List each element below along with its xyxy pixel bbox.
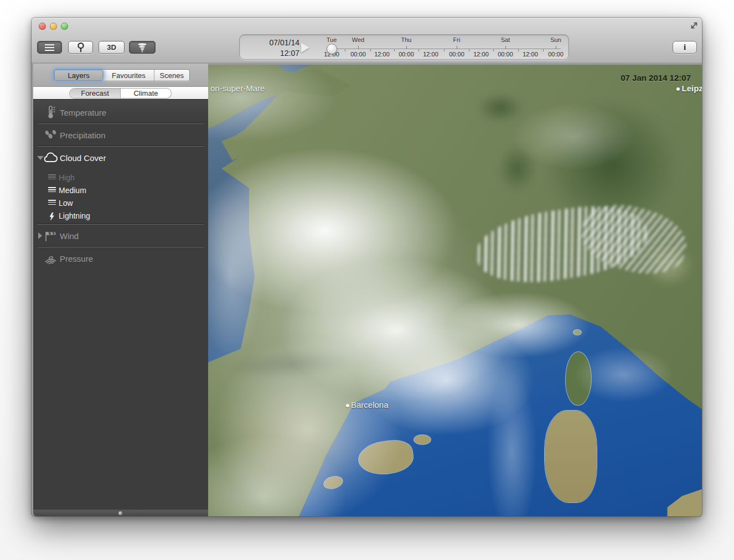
timeline-slider-knob[interactable] [327,44,337,54]
timeline-time-tick: 00:00 [548,51,564,58]
layer-label: Wind [60,231,79,241]
city-label-text: Barcelona [351,400,389,409]
tab-scenes-label: Scenes [160,71,184,80]
layer-row-cloud-cover[interactable]: Cloud Cover [33,147,208,169]
play-button[interactable] [301,43,309,53]
layer-label: Precipitation [60,131,106,140]
sublayer-label: High [59,173,75,182]
zoom-button[interactable] [61,23,68,30]
map-island-ibiza [323,475,344,490]
layer-row-temperature[interactable]: Temperature [33,101,208,123]
tab-favourites-label: Favourites [112,71,146,80]
mid-tick [345,49,345,51]
timeline-time-tick: 00:00 [498,51,513,58]
sublayer-label: Low [59,199,73,208]
tab-climate[interactable]: Climate [121,89,171,98]
mid-tick [543,49,544,51]
map-island-menorca [414,435,431,444]
timeline-day: Sun [550,37,561,43]
timeline-day: Tue [327,37,337,43]
storm-tracker-button[interactable] [129,41,156,54]
day-tick [556,46,556,49]
expand-window-button[interactable] [689,20,699,30]
tab-favourites[interactable]: Favourites [104,70,154,81]
layer-list: Temperature Precipitation [33,100,208,510]
sublayer-row-low[interactable]: Low [33,196,208,209]
lightning-icon [48,212,56,219]
sublayer-row-lightning[interactable]: Lightning [33,209,208,222]
expand-arrows-icon [689,20,699,30]
mid-tick [394,49,395,51]
city-label-text: on-super-Mare [210,84,265,93]
city-label-barcelona: Barcelona [346,400,389,409]
map-island-corsica [565,351,593,406]
layer-panel-button[interactable] [37,41,62,54]
hamburger-icon [45,44,54,51]
cloud-layer [487,369,537,516]
tab-scenes[interactable]: Scenes [154,70,189,81]
mid-tick [370,49,371,51]
tornado-icon [137,43,147,53]
minimize-button[interactable] [50,23,57,30]
layer-row-precipitation[interactable]: Precipitation [33,124,208,146]
map-land-continent [208,65,702,516]
layer-row-wind[interactable]: Wind [33,225,208,247]
weather-map[interactable]: on-super-Mare 07 Jan 2014 12:07 Leipzi B… [208,65,702,516]
sublayer-row-medium[interactable]: Medium [33,184,208,196]
city-label-leipzig: Leipzi [676,84,702,93]
day-tick [358,46,359,49]
day-tick [505,46,506,49]
layer-lines-icon [48,187,56,194]
mid-tick [493,49,494,51]
timeline-datetime: 07/01/14 12:07 [250,38,299,59]
timeline-day: Sat [501,37,510,43]
sidebar-bottom-strip [33,510,208,516]
mid-tick [469,49,469,51]
mid-tick [444,49,444,51]
resize-grip[interactable] [118,511,122,515]
day-tick [406,46,407,49]
app-window: 3D 07/01/14 12:07 Tue [32,18,702,516]
isobar-icon [43,251,59,266]
map-island-mallorca [356,438,415,477]
3d-view-label: 3D [107,43,116,51]
layer-row-pressure[interactable]: Pressure [33,247,208,269]
timeline-day: Wed [352,37,364,43]
timeline-time-tick: 12:00 [523,51,538,58]
disclosure-closed-icon[interactable] [38,232,42,239]
layer-label: Cloud Cover [60,153,106,163]
timeline-bar: 07/01/14 12:07 Tue Wed Thu Fri Sat Sun 1… [239,34,569,60]
day-tick [457,46,457,49]
city-label-text: Leipzi [681,84,702,93]
layer-label: Temperature [60,108,106,117]
timeline-time-tick: 12:00 [374,51,390,58]
map-island-sardinia [545,411,597,502]
sublayer-label: Lightning [59,211,90,220]
layer-label: Pressure [60,254,93,263]
location-button[interactable] [68,41,93,54]
close-button[interactable] [39,23,46,30]
titlebar[interactable]: 3D 07/01/14 12:07 Tue [32,18,702,64]
3d-view-button[interactable]: 3D [99,41,125,54]
tab-forecast[interactable]: Forecast [70,89,121,98]
timeline-time-tick: 00:00 [350,51,366,58]
windsock-icon [43,228,59,243]
raindrops-icon [43,127,59,143]
sublayer-row-high[interactable]: High [33,171,208,184]
map-datetime-text: 07 Jan 2014 12:07 [621,73,691,82]
info-button[interactable]: i [673,41,697,54]
sublayer-label: Medium [59,186,86,195]
info-label: i [684,43,686,52]
city-dot-icon [676,87,680,91]
layer-lines-icon [48,174,56,181]
timeline-time-tick: 12:00 [423,51,438,58]
pin-icon [76,42,85,53]
desktop: 3D 07/01/14 12:07 Tue [0,0,734,560]
mid-tick [418,49,419,51]
sidebar-tabs: Layers Favourites Scenes [54,69,190,81]
tab-layers[interactable]: Layers [54,70,104,81]
sidebar: Layers Favourites Scenes Forecast [33,64,208,510]
timeline-time-tick: 12:00 [473,51,489,58]
mode-strip: Forecast Climate [33,87,208,100]
map-datetime-label: 07 Jan 2014 12:07 [621,73,691,82]
